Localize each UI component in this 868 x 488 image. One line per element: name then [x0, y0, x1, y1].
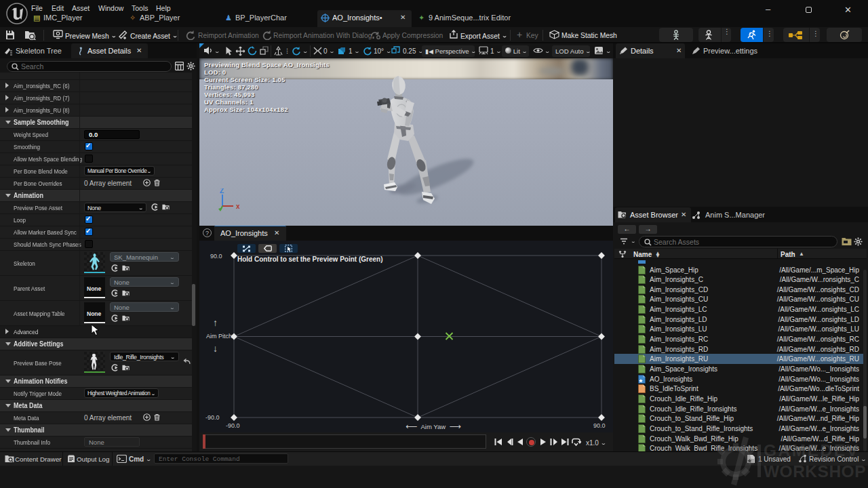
svg-text:Z: Z	[220, 188, 224, 195]
svg-text:x: x	[236, 203, 240, 210]
